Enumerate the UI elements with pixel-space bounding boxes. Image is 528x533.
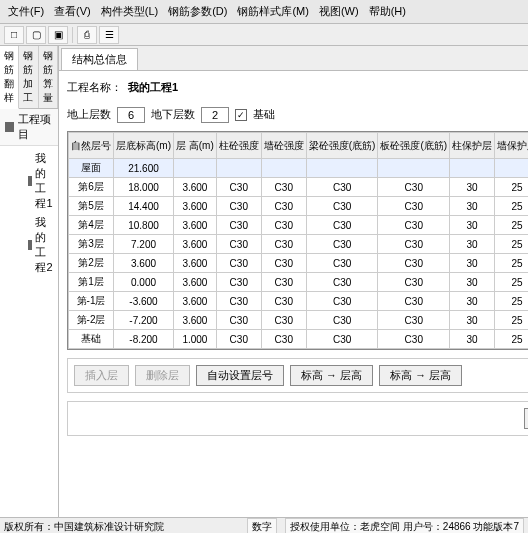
menu-item-4[interactable]: 钢筋样式库(M) [233, 2, 313, 21]
table-cell[interactable]: C30 [378, 254, 450, 273]
table-cell[interactable]: 30 [450, 254, 495, 273]
foundation-checkbox[interactable]: ✓ [235, 109, 247, 121]
above-floors-input[interactable] [117, 107, 145, 123]
table-cell[interactable]: C30 [216, 197, 261, 216]
toolbar-misc-icon[interactable]: ☰ [99, 26, 119, 44]
table-row[interactable]: 第6层18.0003.600C30C30C30C3030252515 [69, 178, 529, 197]
column-header[interactable]: 柱保护层 [450, 133, 495, 159]
table-cell[interactable]: C30 [261, 311, 306, 330]
column-header[interactable]: 梁砼强度(底筋) [306, 133, 378, 159]
table-cell[interactable] [306, 159, 378, 178]
table-cell[interactable]: C30 [261, 273, 306, 292]
table-cell[interactable] [174, 159, 217, 178]
column-header[interactable]: 板砼强度(底筋) [378, 133, 450, 159]
below-floors-input[interactable] [201, 107, 229, 123]
table-cell[interactable]: 第3层 [69, 235, 114, 254]
table-cell[interactable]: C30 [378, 292, 450, 311]
table-cell[interactable]: 30 [450, 235, 495, 254]
column-header[interactable]: 墙保护层 [495, 133, 528, 159]
table-cell[interactable]: 25 [495, 330, 528, 349]
table-cell[interactable]: C30 [306, 311, 378, 330]
table-cell[interactable]: C30 [378, 235, 450, 254]
menu-item-2[interactable]: 构件类型(L) [97, 2, 162, 21]
table-cell[interactable]: 25 [495, 273, 528, 292]
side-tab-fanyang[interactable]: 钢筋翻样 [0, 46, 19, 109]
table-cell[interactable]: 第-1层 [69, 292, 114, 311]
table-cell[interactable]: 第6层 [69, 178, 114, 197]
column-header[interactable]: 墙砼强度 [261, 133, 306, 159]
toolbar-save-icon[interactable]: ▣ [48, 26, 68, 44]
side-tab-jiagong[interactable]: 钢筋加工 [19, 46, 38, 108]
table-cell[interactable]: C30 [261, 292, 306, 311]
table-cell[interactable]: 30 [450, 273, 495, 292]
table-cell[interactable]: C30 [306, 330, 378, 349]
table-cell[interactable]: 14.400 [114, 197, 174, 216]
table-cell[interactable]: C30 [216, 273, 261, 292]
table-cell[interactable]: C30 [378, 216, 450, 235]
table-row[interactable]: 第4层10.8003.600C30C30C30C3030252515 [69, 216, 529, 235]
height-to-elev-button[interactable]: 标高 → 层高 [379, 365, 462, 386]
table-cell[interactable]: 第2层 [69, 254, 114, 273]
auto-number-button[interactable]: 自动设置层号 [196, 365, 284, 386]
table-cell[interactable]: -8.200 [114, 330, 174, 349]
table-cell[interactable]: 21.600 [114, 159, 174, 178]
table-row[interactable]: 第5层14.4003.600C30C30C30C3030252515 [69, 197, 529, 216]
table-cell[interactable]: C30 [261, 197, 306, 216]
table-cell[interactable] [261, 159, 306, 178]
table-cell[interactable]: 25 [495, 254, 528, 273]
table-cell[interactable]: C30 [261, 235, 306, 254]
table-cell[interactable]: 25 [495, 292, 528, 311]
table-cell[interactable]: C30 [216, 178, 261, 197]
table-row[interactable]: 屋面21.600 [69, 159, 529, 178]
table-cell[interactable]: C30 [378, 273, 450, 292]
table-cell[interactable]: 30 [450, 330, 495, 349]
menu-item-5[interactable]: 视图(W) [315, 2, 363, 21]
menu-item-1[interactable]: 查看(V) [50, 2, 95, 21]
tab-structure-info[interactable]: 结构总信息 [61, 48, 138, 70]
table-cell[interactable]: 25 [495, 178, 528, 197]
tree-item-project1[interactable]: 我的工程1 [2, 149, 56, 213]
table-cell[interactable]: 第4层 [69, 216, 114, 235]
table-cell[interactable]: C30 [216, 235, 261, 254]
table-cell[interactable]: -7.200 [114, 311, 174, 330]
table-cell[interactable]: 第-2层 [69, 311, 114, 330]
table-cell[interactable] [216, 159, 261, 178]
table-cell[interactable]: C30 [216, 311, 261, 330]
table-cell[interactable]: 3.600 [174, 311, 217, 330]
toolbar-print-icon[interactable]: ⎙ [77, 26, 97, 44]
table-cell[interactable]: 10.800 [114, 216, 174, 235]
floor-table[interactable]: 自然层号层底标高(m)层 高(m)柱砼强度墙砼强度梁砼强度(底筋)板砼强度(底筋… [68, 132, 528, 349]
table-row[interactable]: 第-1层-3.6003.600C30C30C30C3030252515 [69, 292, 529, 311]
table-cell[interactable]: 屋面 [69, 159, 114, 178]
ok-button[interactable]: 确 定 [524, 408, 528, 429]
table-cell[interactable] [450, 159, 495, 178]
table-cell[interactable]: C30 [306, 235, 378, 254]
menu-item-6[interactable]: 帮助(H) [365, 2, 410, 21]
toolbar-open-icon[interactable]: ▢ [26, 26, 46, 44]
table-cell[interactable]: 3.600 [174, 273, 217, 292]
table-cell[interactable]: 3.600 [174, 197, 217, 216]
table-cell[interactable]: C30 [261, 178, 306, 197]
table-cell[interactable]: 基础 [69, 330, 114, 349]
tree-item-project2[interactable]: 我的工程2 [2, 213, 56, 277]
column-header[interactable]: 自然层号 [69, 133, 114, 159]
table-cell[interactable]: 3.600 [174, 216, 217, 235]
table-cell[interactable]: C30 [378, 197, 450, 216]
table-cell[interactable]: -3.600 [114, 292, 174, 311]
table-row[interactable]: 第-2层-7.2003.600C30C30C30C3030252515 [69, 311, 529, 330]
table-cell[interactable]: 25 [495, 311, 528, 330]
side-tab-suanliang[interactable]: 钢筋算量 [39, 46, 58, 108]
table-cell[interactable]: C30 [378, 330, 450, 349]
table-cell[interactable]: C30 [378, 178, 450, 197]
table-cell[interactable]: 1.000 [174, 330, 217, 349]
table-cell[interactable]: 第1层 [69, 273, 114, 292]
column-header[interactable]: 层 高(m) [174, 133, 217, 159]
table-cell[interactable]: 25 [495, 235, 528, 254]
table-cell[interactable]: 25 [495, 197, 528, 216]
delete-floor-button[interactable]: 删除层 [135, 365, 190, 386]
table-cell[interactable]: C30 [216, 330, 261, 349]
table-row[interactable]: 第3层7.2003.600C30C30C30C3030252515 [69, 235, 529, 254]
toolbar-new-icon[interactable]: □ [4, 26, 24, 44]
table-row[interactable]: 第1层0.0003.600C30C30C30C3030252515 [69, 273, 529, 292]
table-cell[interactable]: 0.000 [114, 273, 174, 292]
